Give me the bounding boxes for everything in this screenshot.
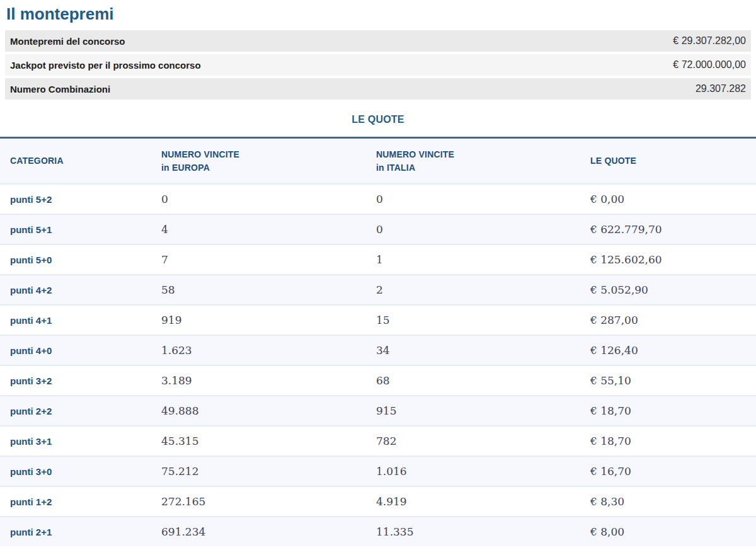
category-cell: punti 3+0 [10,466,161,477]
vincite-europa-cell: 58 [161,284,376,296]
vincite-europa-cell: 49.888 [161,404,376,417]
table-header-row: CATEGORIA NUMERO VINCITE in EUROPA NUMER… [0,139,756,183]
table-row: punti 5+140€ 622.779,70 [0,214,756,244]
prize-summary: Montepremi del concorso€ 29.307.282,00Ja… [5,30,751,100]
summary-value: 29.307.282 [696,83,746,95]
vincite-europa-cell: 1.623 [161,344,376,357]
summary-label: Numero Combinazioni [10,84,110,95]
category-cell: punti 4+2 [10,285,161,295]
category-cell: punti 5+1 [10,224,161,235]
vincite-europa-cell: 919 [161,314,376,326]
vincite-italia-cell: 915 [376,404,590,417]
category-cell: punti 1+2 [10,496,161,507]
quota-cell: € 8,30 [590,495,746,508]
category-cell: punti 2+1 [10,527,161,537]
column-header-categoria: CATEGORIA [10,154,161,168]
vincite-italia-cell: 68 [376,374,590,387]
summary-label: Jackpot previsto per il prossimo concors… [10,60,201,71]
quota-cell: € 622.779,70 [590,223,746,236]
table-row: punti 3+23.18968€ 55,10 [0,365,756,395]
category-cell: punti 3+2 [10,375,161,386]
summary-label: Montepremi del concorso [10,36,125,47]
summary-value: € 29.307.282,00 [673,35,746,47]
table-row: punti 3+075.2121.016€ 16,70 [0,455,756,486]
category-cell: punti 3+1 [10,436,161,447]
vincite-europa-cell: 75.212 [161,465,376,478]
quota-cell: € 125.602,60 [590,253,746,266]
quota-cell: € 18,70 [590,435,746,447]
vincite-italia-cell: 4.919 [376,495,590,508]
table-row: punti 4+2582€ 5.052,90 [0,274,756,304]
page: Il montepremi Montepremi del concorso€ 2… [0,0,756,546]
table-row: punti 5+071€ 125.602,60 [0,244,756,274]
category-cell: punti 5+0 [10,255,161,265]
category-cell: punti 2+2 [10,406,161,416]
quota-cell: € 287,00 [590,314,746,326]
column-header-label: CATEGORIA [10,156,64,166]
quota-cell: € 18,70 [590,404,746,417]
vincite-italia-cell: 34 [376,344,590,357]
quota-cell: € 16,70 [590,465,746,478]
column-header-vincite-italia: NUMERO VINCITE in ITALIA [376,148,590,175]
column-header-label: LE QUOTE [590,156,636,166]
column-header-sublabel: in EUROPA [161,163,210,173]
column-header-sublabel: in ITALIA [376,163,415,173]
vincite-italia-cell: 2 [376,284,590,296]
table-row: punti 5+200€ 0,00 [0,183,756,214]
vincite-europa-cell: 3.189 [161,374,376,387]
table-body: punti 5+200€ 0,00punti 5+140€ 622.779,70… [0,183,756,546]
vincite-italia-cell: 1.016 [376,465,590,478]
table-row: punti 4+191915€ 287,00 [0,304,756,335]
column-header-le-quote: LE QUOTE [590,154,746,168]
vincite-italia-cell: 15 [376,314,590,326]
column-header-label: NUMERO VINCITE [376,149,454,159]
vincite-europa-cell: 45.315 [161,435,376,447]
summary-value: € 72.000.000,00 [673,59,746,71]
quota-cell: € 126,40 [590,344,746,357]
page-title: Il montepremi [0,0,756,30]
vincite-europa-cell: 0 [161,193,376,205]
table-row: punti 2+1691.23411.335€ 8,00 [0,516,756,546]
vincite-italia-cell: 782 [376,435,590,447]
vincite-europa-cell: 691.234 [161,525,376,538]
vincite-italia-cell: 0 [376,193,590,205]
quota-cell: € 5.052,90 [590,284,746,296]
vincite-europa-cell: 7 [161,253,376,266]
table-row: punti 2+249.888915€ 18,70 [0,395,756,425]
vincite-italia-cell: 11.335 [376,525,590,538]
category-cell: punti 4+0 [10,345,161,356]
table-row: punti 1+2272.1654.919€ 8,30 [0,486,756,516]
quota-cell: € 0,00 [590,193,746,205]
table-row: punti 3+145.315782€ 18,70 [0,425,756,455]
table-row: punti 4+01.62334€ 126,40 [0,335,756,365]
category-cell: punti 4+1 [10,315,161,326]
column-header-label: NUMERO VINCITE [161,149,239,159]
vincite-europa-cell: 4 [161,223,376,236]
category-cell: punti 5+2 [10,194,161,205]
column-header-vincite-europa: NUMERO VINCITE in EUROPA [161,148,376,175]
quotes-table: CATEGORIA NUMERO VINCITE in EUROPA NUMER… [0,137,756,546]
quota-cell: € 55,10 [590,374,746,387]
summary-row: Jackpot previsto per il prossimo concors… [5,54,751,76]
vincite-italia-cell: 1 [376,253,590,266]
summary-row: Numero Combinazioni29.307.282 [5,78,751,100]
vincite-italia-cell: 0 [376,223,590,236]
quota-cell: € 8,00 [590,525,746,538]
quotes-section-title: LE QUOTE [0,102,756,137]
summary-row: Montepremi del concorso€ 29.307.282,00 [5,30,751,52]
vincite-europa-cell: 272.165 [161,495,376,508]
